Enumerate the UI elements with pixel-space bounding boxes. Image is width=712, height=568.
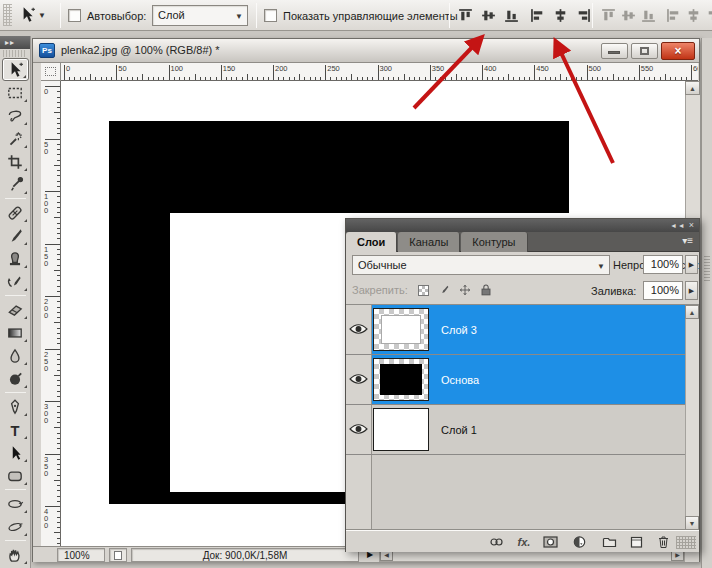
layer-thumbnail[interactable] bbox=[373, 308, 429, 351]
tool-separator bbox=[5, 540, 26, 541]
ruler-tick bbox=[57, 338, 61, 339]
layer-thumbnail[interactable] bbox=[373, 408, 429, 451]
opacity-field[interactable]: 100% bbox=[643, 255, 683, 274]
align-horizontal-centers-button[interactable] bbox=[550, 4, 571, 26]
options-bar-grip[interactable] bbox=[3, 4, 12, 26]
tab-каналы[interactable]: Каналы bbox=[398, 232, 460, 252]
document-titlebar[interactable]: Ps plenka2.jpg @ 100% (RGB/8#) * × bbox=[33, 39, 699, 63]
shape-tool[interactable] bbox=[2, 464, 29, 487]
minimize-button[interactable] bbox=[601, 43, 628, 59]
ruler-tick bbox=[576, 77, 577, 81]
heal-tool[interactable] bbox=[2, 201, 29, 224]
dock-strip[interactable] bbox=[701, 38, 712, 568]
link-layers-button[interactable] bbox=[487, 533, 505, 550]
panel-resize-grip[interactable] bbox=[676, 536, 696, 549]
tool-preset-move[interactable]: ▼ bbox=[18, 4, 56, 27]
history-brush-tool[interactable] bbox=[2, 270, 29, 293]
hand-tool[interactable] bbox=[2, 543, 29, 566]
brush-tool[interactable] bbox=[2, 224, 29, 247]
layer-visibility-eye-icon[interactable] bbox=[349, 372, 369, 387]
rect-marquee-tool[interactable] bbox=[2, 81, 29, 104]
layer-thumbnail[interactable] bbox=[373, 358, 429, 401]
close-button[interactable]: × bbox=[661, 42, 695, 60]
tab-контуры[interactable]: Контуры bbox=[461, 232, 527, 252]
autoselect-dropdown[interactable]: Слой ▼ bbox=[152, 5, 248, 26]
new-group-button[interactable] bbox=[600, 533, 618, 550]
lock-pixels-button[interactable] bbox=[435, 281, 453, 299]
align-bottom-edges-button[interactable] bbox=[501, 4, 522, 26]
scroll-down-icon[interactable]: ▼ bbox=[685, 516, 699, 530]
tab-слои[interactable]: Слои bbox=[346, 232, 397, 252]
blend-mode-dropdown[interactable]: Обычные ▼ bbox=[352, 255, 610, 275]
fill-slider-arrow-icon[interactable]: ▶ bbox=[685, 281, 698, 300]
distribute-vertical-centers-button[interactable] bbox=[618, 4, 639, 26]
blur-tool[interactable] bbox=[2, 344, 29, 367]
add-layer-mask-button[interactable] bbox=[541, 533, 559, 550]
layer-name[interactable]: Слой 3 bbox=[441, 324, 477, 336]
eraser-tool[interactable] bbox=[2, 298, 29, 321]
layer-row-1[interactable]: Слой 3 bbox=[346, 305, 685, 355]
ruler-tick bbox=[315, 77, 316, 81]
new-layer-button[interactable] bbox=[627, 533, 645, 550]
ruler-origin-box[interactable] bbox=[41, 63, 61, 81]
distribute-left-edges-button[interactable] bbox=[663, 4, 684, 26]
gradient-tool[interactable] bbox=[2, 321, 29, 344]
layer-style-fx-button[interactable]: fx. bbox=[515, 533, 533, 550]
chevron-down-icon: ▼ bbox=[235, 12, 243, 21]
maximize-icon bbox=[640, 47, 649, 55]
tool-panel-grip[interactable] bbox=[3, 50, 27, 57]
clone-stamp-tool[interactable] bbox=[2, 247, 29, 270]
new-adjustment-layer-button[interactable] bbox=[570, 533, 588, 550]
distribute-right-edges-button[interactable] bbox=[703, 4, 712, 26]
align-vertical-centers-button[interactable] bbox=[478, 4, 499, 26]
layer-visibility-eye-icon[interactable] bbox=[349, 422, 369, 437]
rotate-3d-tool[interactable] bbox=[2, 492, 29, 515]
align-left-edges-button[interactable] bbox=[527, 4, 548, 26]
lock-transparency-button[interactable] bbox=[414, 281, 432, 299]
autoselect-checkbox[interactable] bbox=[68, 9, 81, 22]
fill-field[interactable]: 100% bbox=[643, 281, 683, 300]
orbit-3d-tool[interactable] bbox=[2, 515, 29, 538]
path-select-tool[interactable] bbox=[2, 441, 29, 464]
layers-panel-titlebar[interactable]: ◄◄ × bbox=[346, 219, 699, 232]
layer-visibility-eye-icon[interactable] bbox=[349, 322, 369, 337]
delete-layer-button[interactable] bbox=[654, 533, 672, 550]
collapse-panel-icon[interactable]: ◄◄ bbox=[670, 222, 686, 229]
ruler-label: 4 0 0 bbox=[44, 508, 48, 529]
maximize-button[interactable] bbox=[631, 43, 658, 59]
ruler-tick bbox=[289, 77, 290, 81]
lock-position-button[interactable] bbox=[456, 281, 474, 299]
align-right-edges-button[interactable] bbox=[573, 4, 594, 26]
layer-name[interactable]: Слой 1 bbox=[441, 424, 477, 436]
distribute-horizontal-centers-button[interactable] bbox=[683, 4, 704, 26]
burn-tool[interactable] bbox=[2, 367, 29, 390]
layer-row-2[interactable]: Основа bbox=[346, 355, 685, 405]
zoom-level-field[interactable]: 100% bbox=[57, 548, 105, 562]
ruler-tick bbox=[644, 77, 645, 81]
scroll-up-icon[interactable]: ▲ bbox=[685, 305, 699, 319]
layer-name[interactable]: Основа bbox=[441, 374, 479, 386]
distribute-top-edges-button[interactable] bbox=[598, 4, 619, 26]
ruler-tick bbox=[142, 74, 143, 80]
layers-scrollbar[interactable]: ▲ ▼ bbox=[685, 305, 699, 530]
pen-tool[interactable] bbox=[2, 395, 29, 418]
panel-menu-icon[interactable]: ▾≡ bbox=[682, 235, 693, 246]
layer-row-3[interactable]: Слой 1 bbox=[346, 405, 685, 455]
opacity-slider-arrow-icon[interactable]: ▶ bbox=[685, 255, 698, 274]
crop-tool[interactable] bbox=[2, 150, 29, 173]
ruler-tick bbox=[445, 77, 446, 81]
show-controls-checkbox[interactable] bbox=[264, 9, 277, 22]
close-panel-icon[interactable]: × bbox=[689, 220, 695, 230]
ruler-tick bbox=[346, 77, 347, 81]
tool-panel-collapse[interactable]: ▸▸ bbox=[0, 36, 30, 49]
scroll-up-icon[interactable]: ▲ bbox=[685, 81, 700, 95]
ruler-tick bbox=[57, 317, 61, 318]
align-top-edges-button[interactable] bbox=[455, 4, 476, 26]
lasso-tool[interactable] bbox=[2, 104, 29, 127]
distribute-bottom-edges-button[interactable] bbox=[638, 4, 659, 26]
move-tool[interactable] bbox=[2, 58, 29, 81]
magic-wand-tool[interactable] bbox=[2, 127, 29, 150]
eyedropper-tool[interactable] bbox=[2, 173, 29, 196]
type-tool[interactable]: T bbox=[2, 418, 29, 441]
lock-all-button[interactable] bbox=[477, 281, 495, 299]
